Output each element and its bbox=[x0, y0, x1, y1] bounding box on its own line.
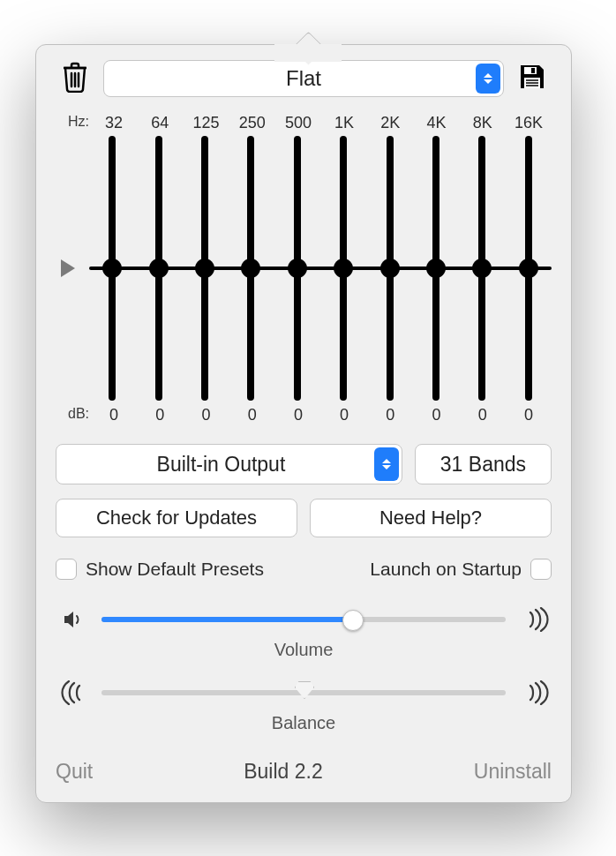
eq-gain-value: 0 bbox=[137, 406, 183, 424]
output-device-value: Built-in Output bbox=[157, 453, 286, 477]
eq-band-slider[interactable] bbox=[182, 136, 228, 401]
eq-band-slider[interactable] bbox=[135, 136, 181, 401]
eq-freq-label: 125 bbox=[183, 114, 229, 132]
eq-freq-label: 2K bbox=[367, 114, 413, 132]
need-help-button[interactable]: Need Help? bbox=[310, 499, 552, 537]
show-default-presets-checkbox[interactable] bbox=[56, 559, 77, 580]
eq-freq-label: 1K bbox=[321, 114, 367, 132]
build-version: Build 2.2 bbox=[244, 760, 323, 784]
uninstall-link[interactable]: Uninstall bbox=[474, 760, 552, 784]
show-default-presets-label: Show Default Presets bbox=[86, 559, 264, 580]
dropdown-stepper-icon bbox=[374, 447, 399, 481]
eq-freq-label: 32 bbox=[91, 114, 137, 132]
eq-freq-label: 250 bbox=[229, 114, 275, 132]
dropdown-stepper-icon bbox=[476, 64, 500, 94]
preset-select-value: Flat bbox=[286, 66, 321, 91]
launch-on-startup-label: Launch on Startup bbox=[370, 559, 522, 580]
check-for-updates-button[interactable]: Check for Updates bbox=[56, 499, 297, 537]
need-help-label: Need Help? bbox=[379, 507, 482, 529]
eq-gain-value: 0 bbox=[506, 406, 552, 424]
db-axis-label: dB: bbox=[56, 406, 91, 424]
zero-db-marker-icon bbox=[61, 259, 75, 277]
trash-icon bbox=[61, 61, 89, 96]
eq-gain-value: 0 bbox=[460, 406, 506, 424]
eq-gain-value: 0 bbox=[183, 406, 229, 424]
eq-gain-value: 0 bbox=[367, 406, 413, 424]
eq-band-slider[interactable] bbox=[413, 136, 459, 401]
launch-on-startup-checkbox[interactable] bbox=[530, 559, 552, 580]
eq-gain-value: 0 bbox=[413, 406, 459, 424]
volume-label: Volume bbox=[56, 640, 552, 660]
eq-band-slider[interactable] bbox=[89, 136, 135, 401]
eq-gain-value: 0 bbox=[321, 406, 367, 424]
balance-right-icon bbox=[516, 680, 552, 705]
balance-slider[interactable] bbox=[101, 690, 506, 695]
output-device-select[interactable]: Built-in Output bbox=[56, 444, 402, 484]
eq-freq-label: 64 bbox=[137, 114, 183, 132]
eq-gain-value: 0 bbox=[275, 406, 321, 424]
balance-label: Balance bbox=[56, 713, 552, 733]
eq-gain-value: 0 bbox=[91, 406, 137, 424]
quit-link[interactable]: Quit bbox=[56, 760, 93, 784]
eq-gain-value: 0 bbox=[229, 406, 275, 424]
eq-band-slider[interactable] bbox=[320, 136, 366, 401]
delete-preset-button[interactable] bbox=[56, 59, 94, 98]
bands-button-label: 31 Bands bbox=[440, 453, 526, 477]
eq-band-slider[interactable] bbox=[228, 136, 274, 401]
floppy-disk-icon bbox=[517, 62, 547, 95]
preset-select[interactable]: Flat bbox=[103, 60, 504, 97]
eq-freq-label: 8K bbox=[460, 114, 506, 132]
volume-slider[interactable] bbox=[101, 617, 506, 622]
eq-band-slider[interactable] bbox=[459, 136, 505, 401]
eq-band-slider[interactable] bbox=[274, 136, 320, 401]
svg-rect-1 bbox=[531, 68, 535, 73]
equalizer-popover: Flat Hz: bbox=[35, 44, 572, 803]
save-preset-button[interactable] bbox=[513, 59, 552, 98]
check-for-updates-label: Check for Updates bbox=[96, 507, 257, 529]
volume-high-icon bbox=[516, 607, 552, 632]
volume-low-icon bbox=[56, 609, 91, 630]
eq-freq-label: 4K bbox=[413, 114, 459, 132]
balance-left-icon bbox=[56, 680, 91, 705]
hz-axis-label: Hz: bbox=[56, 114, 91, 132]
eq-freq-label: 500 bbox=[275, 114, 321, 132]
eq-band-slider[interactable] bbox=[366, 136, 412, 401]
eq-freq-label: 16K bbox=[506, 114, 552, 132]
bands-toggle-button[interactable]: 31 Bands bbox=[415, 444, 552, 484]
eq-band-slider[interactable] bbox=[506, 136, 552, 401]
